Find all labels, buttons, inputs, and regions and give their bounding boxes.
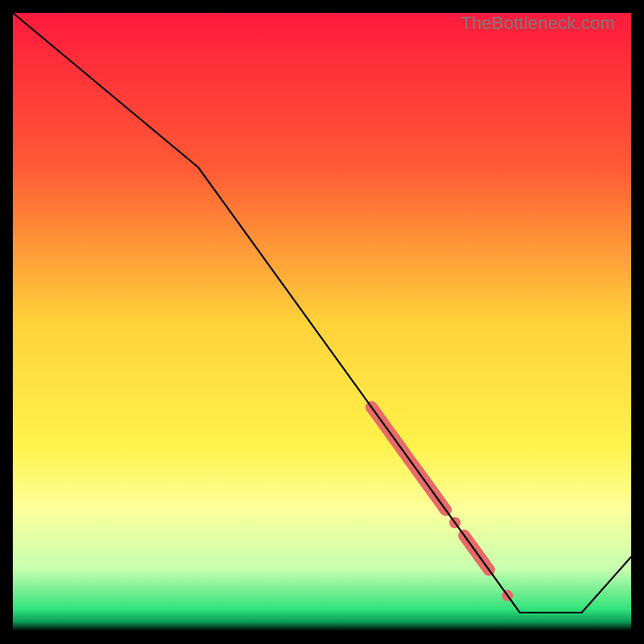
watermark-text: TheBottleneck.com (460, 13, 615, 34)
chart-frame: TheBottleneck.com (13, 13, 631, 631)
chart-lines (13, 13, 631, 631)
bottleneck-curve (13, 13, 631, 613)
